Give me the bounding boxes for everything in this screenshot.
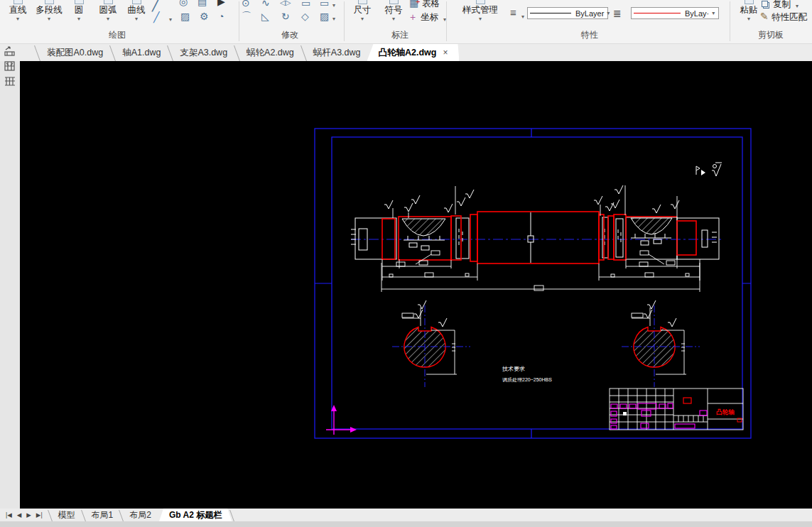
pointer-icon[interactable]: ▶ [217, 0, 225, 7]
modelspace-view[interactable]: 技术要求 调质处理220~250HBS [20, 61, 812, 509]
mirror-icon[interactable]: ◁▷ [280, 0, 291, 9]
chevron-down-icon[interactable]: ▾ [392, 16, 395, 22]
file-tab-camshaft-active[interactable]: 凸轮轴A2.dwg × [367, 44, 460, 61]
array-icon[interactable]: ▭ [320, 0, 329, 9]
chevron-down-icon[interactable]: ▾ [332, 13, 335, 25]
file-tab-label: 轴A1.dwg [122, 47, 161, 59]
layout-tab-label: 布局2 [129, 509, 151, 521]
lineweight-icon[interactable]: ≣ [613, 8, 622, 19]
chevron-down-icon[interactable]: ▾ [48, 16, 50, 22]
chevron-down-icon[interactable]: ▾ [747, 16, 750, 22]
chevron-down-icon[interactable]: ▾ [169, 14, 172, 26]
chevron-down-icon[interactable]: ▾ [712, 11, 715, 16]
chevron-down-icon[interactable]: ▾ [607, 11, 610, 16]
layout-nav: |◀ ◀ ▶ ▶| [0, 509, 50, 521]
style-manager-button[interactable]: 样式管理 ▾ [452, 0, 509, 22]
file-tab-bracket[interactable]: 支架A3.dwg [170, 44, 237, 61]
spline-tool-button[interactable]: 曲线 ▾ [121, 0, 152, 22]
symbol-label: 符号 [385, 5, 403, 15]
coordinate-icon[interactable]: + [410, 11, 416, 23]
quick-select-icon[interactable] [4, 45, 16, 57]
last-layout-icon[interactable]: ▶| [36, 511, 43, 518]
dimension-icon [358, 0, 367, 4]
linetype-dropdown[interactable]: ByLayer ▾ [527, 7, 608, 19]
layout-tab-titleblock-active[interactable]: Gb A2 标题栏 [159, 509, 232, 521]
chevron-down-icon[interactable]: ▾ [332, 0, 335, 11]
measure-icon[interactable]: ∿ [261, 0, 270, 9]
file-tab-label: 凸轮轴A2.dwg [379, 47, 437, 59]
layout-tab-layout2[interactable]: 布局2 [121, 509, 159, 521]
symbol-button[interactable]: 符号 ▾ [378, 0, 409, 22]
shaft-front-view[interactable] [351, 212, 719, 263]
left-tool-strip [0, 61, 20, 509]
file-tab-wormgear[interactable]: 蜗轮A2.dwg [237, 44, 303, 61]
rectangle-icon[interactable]: ▭ [301, 0, 310, 9]
file-tab-label: 装配图A0.dwg [47, 47, 103, 59]
match-properties-icon: ✎ [760, 11, 769, 22]
arc-tool-button[interactable]: 圆弧 ▾ [92, 0, 124, 22]
layout-tab-label: 布局1 [92, 509, 114, 521]
draw-panel-label: 绘图 [85, 29, 149, 41]
chevron-down-icon[interactable]: ▾ [135, 16, 138, 22]
cross-section-left[interactable] [392, 305, 470, 387]
layout-tab-label: 模型 [58, 509, 75, 521]
file-tab-label: 支架A3.dwg [180, 47, 227, 59]
first-layout-icon[interactable]: |◀ [6, 511, 12, 518]
chevron-down-icon[interactable]: ▾ [479, 16, 482, 22]
sheet-frame[interactable] [315, 129, 751, 438]
chevron-down-icon[interactable]: ▾ [107, 16, 109, 22]
arc-tool-label: 圆弧 [99, 5, 117, 15]
cad-application-window: 直线 ▾ 多段线 ▾ 圆 ▾ 圆弧 ▾ 曲线 ▾ ╱ ◎ ▤ ▶ ╱ ▾ ▨ [0, 0, 812, 527]
hatch-edit-icon[interactable]: ▨ [320, 11, 329, 22]
prev-layout-icon[interactable]: ◀ [17, 511, 22, 518]
close-icon[interactable]: × [443, 48, 448, 58]
style-manager-icon [476, 0, 485, 4]
chamfer-icon[interactable]: ◺ [261, 11, 269, 22]
next-layout-icon[interactable]: ▶ [26, 511, 31, 518]
layer-grid-icon[interactable] [4, 60, 16, 72]
chevron-down-icon[interactable]: ▾ [16, 16, 19, 22]
technical-notes[interactable]: 技术要求 调质处理220~250HBS [502, 366, 552, 383]
stretch-icon[interactable]: ⊙ [242, 0, 250, 9]
notes-line-2: 调质处理220~250HBS [502, 377, 552, 383]
chevron-down-icon[interactable]: ▾ [77, 16, 80, 22]
hatch-icon[interactable]: ▨ [180, 11, 190, 22]
file-tab-shaft-a1[interactable]: 轴A1.dwg [113, 44, 170, 61]
region-icon[interactable]: ◔ [218, 11, 224, 22]
table-grid-icon[interactable] [4, 75, 16, 87]
left-strip-icons [4, 45, 16, 87]
file-tab-assembly[interactable]: 装配图A0.dwg [38, 44, 112, 61]
camera-icon[interactable]: ◎ [179, 0, 188, 7]
line-tool-button[interactable]: 直线 ▾ [2, 0, 33, 22]
file-tab-label: 蜗轮A2.dwg [247, 47, 294, 59]
layer-list-icon[interactable]: ≡ [510, 7, 516, 18]
table-button[interactable]: 表格 [422, 0, 440, 9]
orbit-icon[interactable]: ◇ [301, 11, 309, 22]
line-icon [13, 0, 23, 4]
panel-divider [344, 1, 345, 41]
match-properties-button[interactable]: 特性匹配 [772, 11, 807, 23]
cross-section-right[interactable] [622, 305, 700, 387]
layout-tab-layout1[interactable]: 布局1 [84, 509, 121, 521]
coordinate-button[interactable]: 坐标 [421, 11, 438, 23]
fillet-icon[interactable]: ⌒ [242, 11, 251, 22]
chevron-down-icon[interactable]: ▾ [521, 11, 524, 23]
block-icon[interactable]: ▤ [197, 0, 207, 7]
polyline-tool-button[interactable]: 多段线 ▾ [32, 0, 66, 22]
layout-tab-model[interactable]: 模型 [50, 509, 83, 521]
construction-line-icon[interactable]: ╱ [152, 0, 160, 10]
circle-tool-button[interactable]: 圆 ▾ [63, 0, 94, 22]
cam-lobe-hatch [631, 218, 672, 234]
file-tab-worm[interactable]: 蜗杆A3.dwg [304, 44, 370, 61]
gear-icon[interactable]: ⚙ [200, 11, 209, 22]
title-block[interactable]: 凸轮轴 [610, 389, 743, 430]
chevron-down-icon[interactable]: ▾ [796, 1, 799, 12]
color-dropdown[interactable]: ByLay· ▾ [631, 7, 719, 19]
dimension-button[interactable]: 尺寸 ▾ [347, 0, 378, 22]
rotate-icon[interactable]: ↻ [281, 11, 290, 22]
chevron-down-icon[interactable]: ▾ [361, 16, 364, 22]
annotate-panel-label: 标注 [368, 29, 432, 41]
circle-tool-label: 圆 [75, 5, 84, 15]
copy-button[interactable]: 复制 [773, 0, 791, 10]
single-line-icon[interactable]: ╱ [153, 11, 159, 23]
